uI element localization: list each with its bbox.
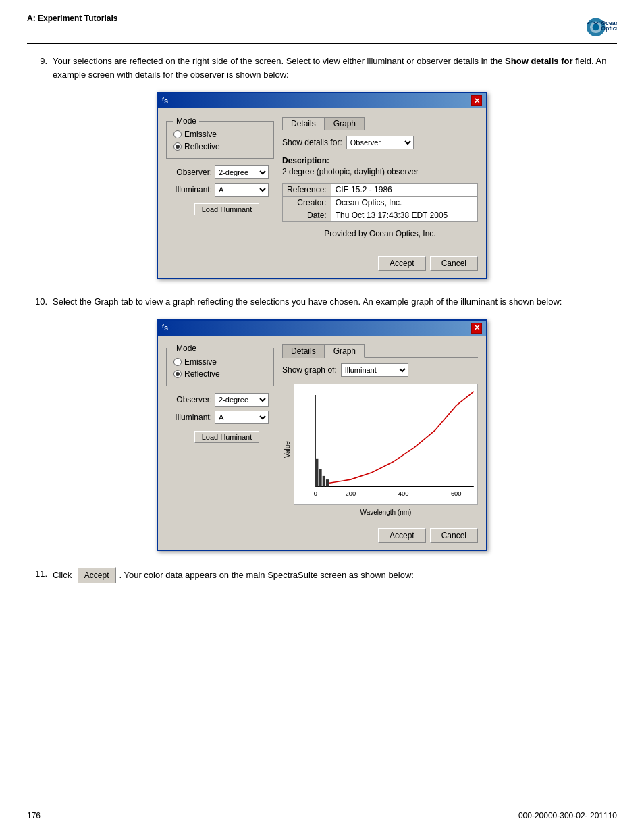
svg-text:600: 600: [451, 490, 462, 497]
step11-body: Click Accept. Your color data appears on…: [53, 567, 414, 583]
dialog2-title: ᶠs: [162, 323, 168, 332]
dialog1-illuminant-label: Illuminant:: [166, 185, 212, 194]
dialog1-reflective-row: Reflective: [173, 142, 267, 151]
dialog2-graph-container: Value: [282, 384, 478, 516]
dialog2-xlabel: Wavelength (nm): [294, 509, 478, 516]
step10-text: 10. Select the Graph tab to view a graph…: [27, 295, 617, 309]
dialog1-right-panel: Details Graph Show details for: Observer…: [282, 116, 478, 244]
step9-body: Your selections are reflected on the rig…: [53, 55, 617, 81]
dialog2-illuminant-select[interactable]: A: [215, 411, 269, 424]
page-footer: 176 000-20000-300-02- 201110: [27, 808, 617, 820]
dialog1-creator-value: Ocean Optics, Inc.: [331, 197, 477, 209]
document-number: 000-20000-300-02- 201110: [518, 811, 617, 820]
dialog1-footer: Accept Cancel: [158, 252, 486, 278]
dialog1-wrapper: ᶠs ✕ Mode Emissive: [27, 92, 617, 279]
dialog1-show-select[interactable]: Observer: [346, 136, 414, 149]
dialog1-description-section: Description: 2 degree (photopic, dayligh…: [282, 156, 478, 176]
svg-text:0: 0: [314, 490, 317, 497]
page-number: 176: [27, 811, 41, 820]
emissive-radio-icon[interactable]: [173, 130, 182, 138]
svg-text:Optics: Optics: [601, 25, 617, 32]
dialog1-body: Mode Emissive Reflective Observer:: [158, 108, 486, 252]
dialog2-body: Mode Emissive Reflective Observer:: [158, 336, 486, 524]
dialog2-reflective-row: Reflective: [173, 369, 267, 379]
page-header: A: Experiment Tutorials Ocean Optics: [27, 14, 617, 44]
content: 9. Your selections are reflected on the …: [27, 49, 617, 583]
dialog2-mode-group: Mode Emissive Reflective: [166, 344, 274, 386]
dialog1-illuminant-row: Illuminant: A: [166, 183, 274, 197]
dialog2-titlebar: ᶠs ✕: [158, 321, 486, 336]
step11-accept-inline-button[interactable]: Accept: [77, 567, 117, 583]
dialog2-wrapper: ᶠs ✕ Mode Emissive: [27, 319, 617, 551]
dialog2-observer-row: Observer: 2-degree: [166, 393, 274, 407]
dialog2: ᶠs ✕ Mode Emissive: [157, 319, 487, 551]
dialog1-observer-select[interactable]: 2-degree: [215, 165, 269, 179]
dialog2-ylabel: Value: [282, 384, 292, 516]
dialog2-emissive-row: Emissive: [173, 357, 267, 367]
step9-text: 9. Your selections are reflected on the …: [27, 55, 617, 81]
dialog2-reflective-radio-icon[interactable]: [173, 370, 182, 378]
svg-rect-10: [326, 479, 329, 486]
dialog1-date-value: Thu Oct 13 17:43:38 EDT 2005: [331, 209, 477, 222]
dialog1-show-row: Show details for: Observer: [282, 136, 478, 149]
dialog2-accept-button[interactable]: Accept: [378, 528, 426, 543]
logo-container: Ocean Optics: [583, 14, 617, 41]
dialog1-cancel-button[interactable]: Cancel: [430, 256, 478, 271]
dialog1-description-label: Description:: [282, 156, 478, 165]
step10-block: 10. Select the Graph tab to view a graph…: [27, 295, 617, 551]
dialog1-emissive-label: Emissive: [184, 130, 217, 139]
step10-body: Select the Graph tab to view a graph ref…: [53, 295, 562, 309]
step10-number: 10.: [27, 295, 47, 309]
dialog1-creator-label: Creator:: [283, 197, 331, 209]
dialog2-show-label: Show graph of:: [282, 365, 337, 375]
dialog2-graph-svg: 0 200 400 600: [294, 384, 478, 505]
dialog2-illuminant-label: Illuminant:: [166, 413, 212, 422]
dialog1-mode-group: Mode Emissive Reflective: [166, 116, 274, 159]
dialog2-observer-select[interactable]: 2-degree: [215, 393, 269, 407]
svg-text:200: 200: [346, 490, 356, 497]
dialog1-show-label: Show details for:: [282, 138, 342, 147]
dialog1-load-illuminant-button[interactable]: Load Illuminant: [194, 203, 260, 215]
dialog1-reflective-label: Reflective: [184, 142, 220, 151]
reflective-radio-icon[interactable]: [173, 142, 182, 151]
dialog2-illuminant-row: Illuminant: A: [166, 411, 274, 424]
dialog2-left-panel: Mode Emissive Reflective Observer:: [166, 344, 274, 516]
dialog2-tab-details[interactable]: Details: [282, 344, 325, 358]
dialog1-mode-label: Mode: [173, 116, 199, 126]
dialog2-graph-area: 0 200 400 600 Wavelength (nm): [294, 384, 478, 516]
step9-text-pre: Your selections are reflected on the rig…: [53, 56, 505, 66]
dialog1-reference-row: Reference: CIE 15.2 - 1986: [283, 184, 478, 197]
dialog1-tab-details[interactable]: Details: [282, 117, 325, 130]
dialog1-date-row: Date: Thu Oct 13 17:43:38 EDT 2005: [283, 209, 478, 222]
dialog2-load-illuminant-button[interactable]: Load Illuminant: [194, 431, 260, 443]
step9-number: 9.: [27, 55, 47, 81]
dialog1-observer-label: Observer:: [166, 167, 212, 177]
dialog2-observer-label: Observer:: [166, 395, 212, 405]
step11-text: 11. Click Accept. Your color data appear…: [27, 567, 617, 583]
dialog2-tab-graph[interactable]: Graph: [325, 344, 365, 358]
dialog1-tabs-row: Details Graph: [282, 116, 478, 130]
step11-block: 11. Click Accept. Your color data appear…: [27, 567, 617, 583]
dialog2-emissive-label: Emissive: [184, 357, 217, 367]
dialog2-emissive-radio-icon[interactable]: [173, 358, 182, 366]
dialog2-show-row: Show graph of: Illuminant: [282, 363, 478, 377]
dialog2-right-panel: Details Graph Show graph of: Illuminant …: [282, 344, 478, 516]
dialog1-illuminant-select[interactable]: A: [215, 183, 269, 197]
dialog1-description-text: 2 degree (photopic, daylight) observer: [282, 167, 478, 176]
svg-rect-8: [319, 469, 321, 486]
dialog2-tabs-row: Details Graph: [282, 344, 478, 358]
dialog2-mode-label: Mode: [173, 344, 199, 353]
dialog1-close-button[interactable]: ✕: [471, 95, 482, 106]
dialog1-accept-button[interactable]: Accept: [378, 256, 426, 271]
step11-text: . Your color data appears on the main Sp…: [119, 570, 414, 580]
dialog1-left-panel: Mode Emissive Reflective Observer:: [166, 116, 274, 244]
svg-rect-9: [323, 475, 325, 486]
dialog1-titlebar: ᶠs ✕: [158, 93, 486, 108]
dialog1-tab-graph[interactable]: Graph: [325, 117, 365, 130]
dialog1-date-label: Date:: [283, 209, 331, 222]
dialog1-reference-label: Reference:: [283, 184, 331, 197]
dialog2-close-button[interactable]: ✕: [471, 323, 482, 334]
dialog2-show-select[interactable]: Illuminant: [341, 363, 408, 377]
step9-bold: Show details for: [505, 56, 572, 66]
dialog2-cancel-button[interactable]: Cancel: [430, 528, 478, 543]
